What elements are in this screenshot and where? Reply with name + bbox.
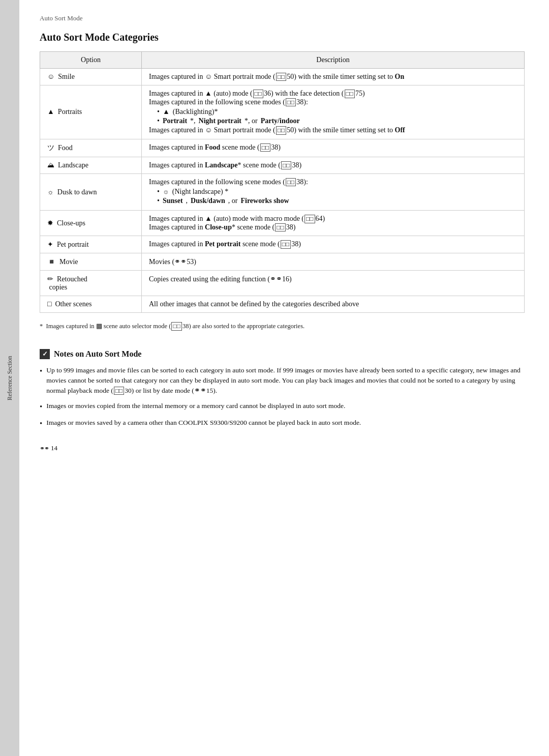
bullet-1: Up to 999 images and movie files can be … <box>46 365 525 396</box>
other-icon: □ <box>47 300 51 308</box>
list-item: Up to 999 images and movie files can be … <box>40 365 525 396</box>
table-row: ◾ Movie Movies (⚭⚭53) <box>40 253 525 271</box>
check-icon: ✓ <box>40 349 50 359</box>
option-retouched: ✏ Retouched copies <box>40 271 142 296</box>
table-row: □ Other scenes All other images that can… <box>40 296 525 313</box>
col-option: Option <box>40 52 142 69</box>
table-row: ☼ Dusk to dawn Images captured in the fo… <box>40 173 525 210</box>
closeups-icon: ✸ <box>47 219 53 227</box>
desc-food: Images captured in Food scene mode (□□38… <box>142 139 525 157</box>
desc-closeups: Images captured in ▲ (auto) mode with ma… <box>142 211 525 236</box>
option-food: ツ Food <box>40 139 142 157</box>
categories-table: Option Description ☺ Smile Images captur… <box>40 51 525 313</box>
table-row: ✏ Retouched copies Copies created using … <box>40 271 525 296</box>
movie-icon: ◾ <box>47 258 56 266</box>
table-row: ☺ Smile Images captured in ☺ Smart portr… <box>40 69 525 85</box>
option-pet: ✦ Pet portrait <box>40 236 142 253</box>
food-icon: ツ <box>47 144 54 152</box>
landscape-icon: ⛰ <box>47 161 54 169</box>
desc-smile: Images captured in ☺ Smart portrait mode… <box>142 69 525 85</box>
list-item: Images or movies saved by a camera other… <box>40 418 525 429</box>
col-description: Description <box>142 52 525 69</box>
desc-landscape: Images captured in Landscape* scene mode… <box>142 157 525 173</box>
bullet-3: Images or movies saved by a camera other… <box>46 418 361 429</box>
footnote: * Images captured in ▩ scene auto select… <box>40 322 525 330</box>
desc-retouched: Copies created using the editing functio… <box>142 271 525 296</box>
camera-icon: ⚭⚭ <box>40 445 49 452</box>
retouched-icon: ✏ <box>47 275 53 283</box>
table-header-row: Option Description <box>40 52 525 69</box>
desc-movie: Movies (⚭⚭53) <box>142 253 525 271</box>
section-title: Auto Sort Mode Categories <box>40 32 525 43</box>
desc-other: All other images that cannot be defined … <box>142 296 525 313</box>
option-other: □ Other scenes <box>40 296 142 313</box>
option-smile: ☺ Smile <box>40 69 142 85</box>
bullet-2: Images or movies copied from the interna… <box>46 401 345 413</box>
sidebar-label: Reference Section <box>6 356 14 400</box>
backlighting-icon: ▲ <box>163 108 170 116</box>
sidebar: Reference Section <box>0 0 19 756</box>
option-dusk: ☼ Dusk to dawn <box>40 173 142 210</box>
page-header: Auto Sort Mode <box>40 14 525 22</box>
option-closeups: ✸ Close-ups <box>40 211 142 236</box>
pet-icon: ✦ <box>47 241 53 248</box>
page-num: 14 <box>51 444 57 452</box>
notes-list: Up to 999 images and movie files can be … <box>40 365 525 429</box>
main-content: Auto Sort Mode Auto Sort Mode Categories… <box>19 0 549 756</box>
night-landscape-icon: ☼ <box>163 188 169 196</box>
option-portraits: ▲ Portraits <box>40 85 142 139</box>
table-row: ⛰ Landscape Images captured in Landscape… <box>40 157 525 173</box>
page-number: ⚭⚭ 14 <box>40 444 525 452</box>
dusk-icon: ☼ <box>47 188 54 196</box>
option-movie: ◾ Movie <box>40 253 142 271</box>
list-item: Images or movies copied from the interna… <box>40 401 525 413</box>
smile-icon: ☺ <box>47 73 54 80</box>
notes-title: ✓ Notes on Auto Sort Mode <box>40 349 525 359</box>
table-row: ✸ Close-ups Images captured in ▲ (auto) … <box>40 211 525 236</box>
table-row: ツ Food Images captured in Food scene mod… <box>40 139 525 157</box>
desc-pet: Images captured in Pet portrait scene mo… <box>142 236 525 253</box>
page: Reference Section Auto Sort Mode Auto So… <box>0 0 549 756</box>
notes-heading: Notes on Auto Sort Mode <box>54 350 141 359</box>
portraits-icon: ▲ <box>47 108 54 115</box>
table-row: ✦ Pet portrait Images captured in Pet po… <box>40 236 525 253</box>
option-landscape: ⛰ Landscape <box>40 157 142 173</box>
desc-dusk: Images captured in the following scene m… <box>142 173 525 210</box>
notes-section: ✓ Notes on Auto Sort Mode Up to 999 imag… <box>40 349 525 434</box>
desc-portraits: Images captured in ▲ (auto) mode (□□36) … <box>142 85 525 139</box>
table-row: ▲ Portraits Images captured in ▲ (auto) … <box>40 85 525 139</box>
